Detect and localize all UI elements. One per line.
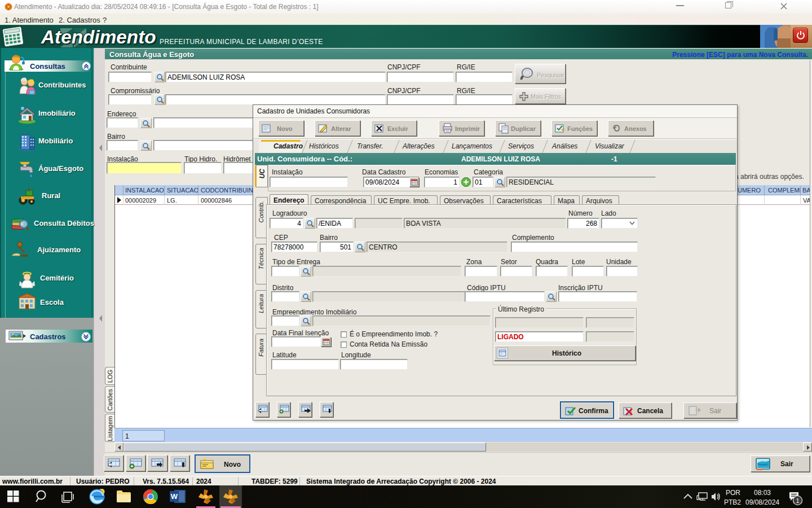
svg-text:W: W xyxy=(171,492,178,501)
svg-text:1: 1 xyxy=(796,498,800,504)
